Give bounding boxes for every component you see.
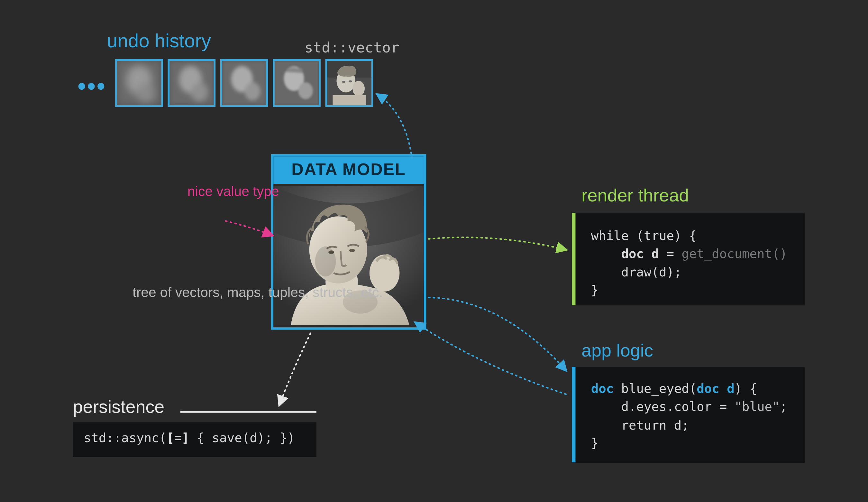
- app-logic-code: doc blue_eyed(doc d) { d.eyes.color = "b…: [572, 367, 805, 462]
- undo-thumb-current: [326, 59, 373, 107]
- undo-thumb: [220, 59, 268, 107]
- nice-value-type-label: nice value type: [187, 184, 279, 199]
- svg-point-23: [349, 249, 355, 252]
- undo-thumb: [115, 59, 163, 107]
- std-vector-label: std::vector: [304, 40, 400, 56]
- persistence-underline: [180, 411, 317, 413]
- ellipsis-icon: •••: [78, 73, 106, 100]
- data-model-box: DATA MODEL: [271, 154, 426, 330]
- undo-thumb: [273, 59, 321, 107]
- data-model-image: [273, 184, 424, 328]
- svg-point-15: [352, 81, 365, 96]
- persistence-title: persistence: [73, 397, 164, 417]
- render-thread-title: render thread: [581, 185, 689, 205]
- svg-point-8: [245, 82, 260, 100]
- svg-rect-16: [332, 95, 366, 105]
- app-logic-title: app logic: [581, 340, 653, 361]
- persistence-code: std::async([=] { save(d); }): [73, 422, 316, 457]
- tree-description-label: tree of vectors, maps, tuples, structs, …: [133, 285, 383, 300]
- svg-point-11: [298, 82, 313, 99]
- undo-history-title: undo history: [107, 30, 211, 52]
- svg-point-17: [342, 81, 345, 83]
- svg-point-25: [315, 246, 336, 277]
- undo-thumb: [168, 59, 216, 107]
- svg-point-2: [137, 83, 155, 103]
- render-thread-code: while (true) { doc d = get_document() dr…: [572, 213, 805, 305]
- svg-point-5: [191, 82, 208, 101]
- undo-thumbnails: [115, 59, 373, 107]
- svg-point-18: [349, 80, 352, 82]
- data-model-header: DATA MODEL: [273, 156, 424, 184]
